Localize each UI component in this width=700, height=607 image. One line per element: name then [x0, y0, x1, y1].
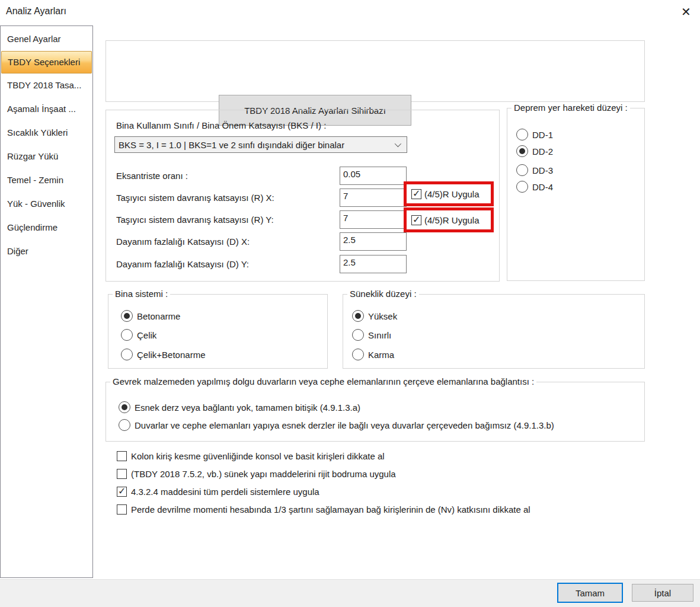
r45-apply-y-label: (4/5)R Uygula — [424, 215, 480, 225]
dialog-title: Analiz Ayarları — [6, 6, 66, 17]
radio-celik-betonarme-circle[interactable] — [121, 349, 133, 360]
option-perde-devrilme-label: Perde devrilme momenti hesabında 1/3 şar… — [131, 504, 530, 515]
wizard-groupbox: TBDY 2018 Analiz Ayarları Sihirbazı — [106, 40, 645, 102]
r-y-label: Taşıyıcı sistem davranış katsayısı (R) Y… — [116, 215, 274, 225]
radio-dd3[interactable]: DD-3 — [516, 164, 553, 176]
option-rijit-bodrum[interactable]: (TBDY 2018 7.5.2, vb.) sünek yapı maddel… — [117, 469, 396, 479]
option-4324-perdeli-label: 4.3.2.4 maddesini tüm perdeli sistemlere… — [131, 487, 319, 497]
radio-yuksek[interactable]: Yüksek — [352, 310, 397, 322]
sidebar-item-ruzgar-yuku[interactable]: Rüzgar Yükü — [1, 145, 92, 168]
radio-dd2-label: DD-2 — [532, 146, 553, 156]
sidebar-item-genel-ayarlar[interactable]: Genel Ayarlar — [1, 27, 92, 51]
radio-dd3-label: DD-3 — [532, 165, 553, 175]
radio-karma[interactable]: Karma — [352, 349, 394, 360]
radio-infill-attached-label: Esnek derz veya bağlantı yok, tamamen bi… — [135, 402, 360, 413]
r45-apply-x-checkbox[interactable] — [411, 189, 421, 199]
radio-dd3-circle[interactable] — [516, 164, 528, 176]
r-x-input[interactable] — [340, 189, 407, 207]
ok-button[interactable]: Tamam — [557, 583, 623, 603]
radio-infill-flexible-circle[interactable] — [119, 419, 130, 431]
radio-dd2[interactable]: DD-2 — [516, 145, 553, 157]
bks-label: Bina Kullanım Sınıfı / Bina Önem Katsayı… — [116, 120, 326, 130]
option-konsol-kiris-checkbox[interactable] — [117, 451, 127, 461]
radio-dd4-circle[interactable] — [516, 181, 528, 193]
option-perde-devrilme[interactable]: Perde devrilme momenti hesabında 1/3 şar… — [117, 504, 530, 515]
sidebar-item-guclendirme[interactable]: Güçlendirme — [1, 216, 92, 239]
radio-dd1-label: DD-1 — [532, 130, 553, 140]
chevron-down-icon — [395, 140, 401, 147]
sidebar-item-tbdy-2018-tasarim[interactable]: TBDY 2018 Tasa... — [1, 74, 92, 97]
radio-celik-betonarme[interactable]: Çelik+Betonarme — [121, 349, 205, 360]
radio-infill-flexible[interactable]: Duvarlar ve cephe elemanları yapıya esne… — [119, 419, 554, 431]
radio-yuksek-label: Yüksek — [368, 311, 397, 321]
settings-category-list: Genel Ayarlar TBDY Seçenekleri TBDY 2018… — [0, 25, 93, 578]
radio-celik-betonarme-label: Çelik+Betonarme — [137, 350, 205, 360]
ground-motion-title: Deprem yer hareketi düzeyi : — [512, 103, 630, 113]
d-y-input[interactable] — [340, 255, 407, 273]
radio-celik-label: Çelik — [137, 330, 156, 340]
radio-celik-circle[interactable] — [121, 329, 133, 341]
bks-combobox-value: BKS = 3, I = 1.0 | BKS=1 ve 2 sınfı dışı… — [119, 140, 344, 150]
infill-walls-title: Gevrek malzemeden yapılmış dolgu duvarla… — [110, 376, 536, 386]
r45-apply-y-checkbox[interactable] — [411, 215, 421, 225]
r45-x-highlight: (4/5)R Uygula — [404, 181, 494, 206]
radio-celik[interactable]: Çelik — [121, 329, 156, 341]
radio-betonarme[interactable]: Betonarme — [121, 310, 180, 322]
option-4324-perdeli[interactable]: 4.3.2.4 maddesini tüm perdeli sistemlere… — [117, 487, 319, 497]
radio-dd2-circle[interactable] — [516, 145, 528, 157]
radio-karma-circle[interactable] — [352, 349, 364, 360]
radio-karma-label: Karma — [368, 350, 394, 360]
option-konsol-kiris[interactable]: Kolon kiriş kesme güvenliğinde konsol ve… — [117, 451, 385, 461]
r-x-label: Taşıyıcı sistem davranış katsayısı (R) X… — [116, 193, 274, 203]
sidebar-item-sicaklik-yukleri[interactable]: Sıcaklık Yükleri — [1, 121, 92, 145]
radio-dd1[interactable]: DD-1 — [516, 129, 553, 140]
r-y-input[interactable] — [340, 210, 407, 229]
radio-dd4-label: DD-4 — [532, 182, 553, 192]
radio-sinirli[interactable]: Sınırlı — [352, 329, 391, 341]
radio-sinirli-label: Sınırlı — [368, 330, 391, 340]
option-perde-devrilme-checkbox[interactable] — [117, 504, 127, 515]
eccentricity-input[interactable] — [340, 167, 407, 185]
r45-apply-x-label: (4/5)R Uygula — [424, 189, 480, 199]
bks-combobox[interactable]: BKS = 3, I = 1.0 | BKS=1 ve 2 sınfı dışı… — [114, 136, 407, 153]
option-rijit-bodrum-label: (TBDY 2018 7.5.2, vb.) sünek yapı maddel… — [131, 469, 396, 479]
sidebar-item-yuk-guvenlik[interactable]: Yük - Güvenlik — [1, 192, 92, 216]
radio-dd4[interactable]: DD-4 — [516, 181, 553, 193]
d-y-label: Dayanım fazlalığı Katsayısı (D) Y: — [116, 259, 249, 269]
sidebar-item-asamali-insaat[interactable]: Aşamalı İnşaat ... — [1, 97, 92, 121]
option-konsol-kiris-label: Kolon kiriş kesme güvenliğinde konsol ve… — [131, 451, 385, 461]
radio-infill-attached-circle[interactable] — [119, 401, 130, 413]
radio-betonarme-label: Betonarme — [137, 311, 180, 321]
option-4324-perdeli-checkbox[interactable] — [117, 487, 127, 497]
r45-y-highlight: (4/5)R Uygula — [404, 207, 494, 232]
d-x-input[interactable] — [340, 232, 407, 251]
sidebar-item-temel-zemin[interactable]: Temel - Zemin — [1, 168, 92, 192]
close-icon[interactable]: ✕ — [677, 4, 695, 20]
cancel-button[interactable]: İptal — [632, 584, 693, 602]
radio-dd1-circle[interactable] — [516, 129, 528, 140]
radio-infill-flexible-label: Duvarlar ve cephe elemanları yapıya esne… — [135, 420, 554, 430]
option-rijit-bodrum-checkbox[interactable] — [117, 469, 127, 479]
ductility-title: Süneklik düzeyi : — [347, 289, 419, 299]
eccentricity-label: Eksantriste oranı : — [116, 171, 188, 181]
radio-infill-attached[interactable]: Esnek derz veya bağlantı yok, tamamen bi… — [119, 401, 360, 413]
d-x-label: Dayanım fazlalığı Katsayısı (D) X: — [116, 237, 250, 247]
radio-sinirli-circle[interactable] — [352, 329, 364, 341]
analysis-settings-dialog: Analiz Ayarları ✕ Genel Ayarlar TBDY Seç… — [0, 0, 700, 607]
sidebar-item-diger[interactable]: Diğer — [1, 239, 92, 263]
building-system-title: Bina sistemi : — [113, 289, 170, 299]
sidebar-item-tbdy-secenekleri[interactable]: TBDY Seçenekleri — [1, 51, 92, 74]
radio-betonarme-circle[interactable] — [121, 310, 133, 322]
radio-yuksek-circle[interactable] — [352, 310, 364, 322]
